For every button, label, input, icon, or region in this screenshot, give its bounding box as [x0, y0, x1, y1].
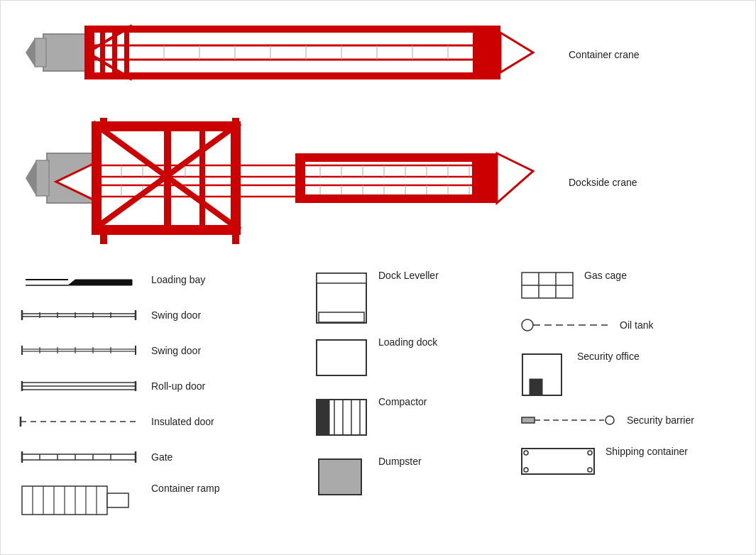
svg-rect-122 — [317, 340, 366, 375]
oil-tank-label: Oil tank — [620, 319, 653, 331]
svg-rect-100 — [22, 454, 136, 460]
gate-icon — [15, 444, 143, 470]
svg-rect-11 — [43, 34, 87, 71]
loading-bay-label: Loading bay — [151, 274, 205, 285]
svg-point-140 — [606, 416, 614, 424]
svg-rect-137 — [530, 379, 542, 395]
svg-rect-124 — [317, 400, 329, 435]
svg-marker-13 — [26, 38, 35, 67]
insulated-door-label: Insulated door — [151, 416, 214, 427]
svg-rect-16 — [84, 72, 496, 79]
gas-cage-icon — [519, 270, 576, 301]
loading-dock-item: Loading dock — [313, 334, 439, 383]
dock-leveller-icon — [313, 270, 370, 326]
svg-rect-0 — [86, 45, 498, 60]
oil-tank-icon — [519, 312, 611, 338]
security-office-label: Security office — [577, 351, 640, 362]
svg-rect-58 — [92, 225, 234, 235]
diagrams-area: Container crane — [8, 8, 746, 263]
svg-rect-141 — [522, 449, 594, 474]
swing-door-1-label: Swing door — [151, 309, 201, 321]
container-ramp-label: Container ramp — [151, 483, 220, 494]
rollup-door-icon — [15, 373, 143, 399]
dumpster-label: Dumpster — [378, 456, 422, 467]
insulated-door-icon — [15, 409, 143, 434]
rollup-door-item: Roll-up door — [15, 373, 220, 399]
swing-door-2-icon — [15, 338, 143, 363]
svg-marker-54 — [26, 160, 36, 196]
svg-rect-21 — [124, 26, 129, 79]
svg-rect-12 — [35, 38, 46, 67]
security-barrier-icon — [519, 407, 618, 433]
svg-rect-25 — [473, 29, 494, 76]
svg-rect-53 — [36, 160, 49, 196]
svg-rect-56 — [92, 121, 102, 235]
svg-rect-76 — [22, 314, 136, 317]
compactor-item: Compactor — [313, 393, 439, 443]
gas-cage-label: Gas cage — [584, 270, 627, 281]
shipping-container-item: Shipping container — [519, 443, 694, 478]
compactor-icon — [313, 396, 370, 439]
container-ramp-icon — [15, 483, 143, 518]
security-barrier-item: Security barrier — [519, 407, 694, 433]
swing-door-1-item: Swing door — [15, 302, 220, 328]
svg-point-134 — [522, 319, 533, 331]
legend-col-1: Loading bay Swing door — [15, 267, 220, 525]
legend-col-3: Gas cage Oil tank — [519, 267, 694, 488]
dock-leveller-label: Dock Leveller — [378, 270, 439, 281]
oil-tank-item: Oil tank — [519, 312, 694, 338]
svg-rect-64 — [295, 194, 494, 203]
loading-bay-item: Loading bay — [15, 267, 220, 292]
loading-bay-icon — [15, 267, 143, 292]
shipping-container-icon — [519, 446, 597, 477]
svg-rect-84 — [22, 349, 136, 351]
rollup-door-label: Roll-up door — [151, 380, 205, 392]
svg-rect-121 — [319, 312, 364, 322]
svg-rect-57 — [92, 121, 234, 131]
legend-col-2: Dock Leveller Loading dock — [313, 267, 439, 512]
svg-rect-72 — [100, 118, 107, 129]
svg-rect-15 — [84, 26, 496, 33]
svg-rect-67 — [472, 157, 492, 199]
svg-rect-70 — [100, 231, 107, 244]
svg-marker-24 — [500, 33, 533, 72]
dock-leveller-item: Dock Leveller — [313, 267, 439, 324]
svg-rect-68 — [164, 121, 171, 235]
loading-dock-label: Loading dock — [378, 336, 437, 348]
svg-rect-73 — [232, 118, 239, 129]
main-container: Container crane — [0, 0, 756, 555]
swing-door-2-item: Swing door — [15, 338, 220, 363]
loading-dock-icon — [313, 336, 370, 379]
container-ramp-item: Container ramp — [15, 480, 220, 515]
svg-rect-71 — [232, 231, 239, 244]
container-crane-label: Container crane — [569, 49, 640, 60]
svg-marker-74 — [26, 280, 132, 285]
svg-rect-19 — [100, 26, 105, 79]
gas-cage-item: Gas cage — [519, 267, 694, 302]
security-barrier-label: Security barrier — [627, 414, 694, 426]
svg-rect-138 — [522, 417, 535, 423]
svg-rect-59 — [231, 121, 241, 235]
swing-door-1-icon — [15, 302, 143, 328]
compactor-label: Compactor — [378, 396, 427, 407]
insulated-door-item: Insulated door — [15, 409, 220, 434]
svg-rect-129 — [319, 459, 361, 495]
svg-rect-118 — [317, 273, 366, 283]
gate-label: Gate — [151, 451, 172, 463]
container-crane-diagram — [22, 11, 561, 104]
gate-item: Gate — [15, 444, 220, 470]
security-office-item: Security office — [519, 348, 694, 397]
dumpster-icon — [313, 456, 370, 498]
swing-door-2-label: Swing door — [151, 345, 201, 356]
svg-rect-69 — [199, 121, 205, 235]
svg-rect-63 — [295, 153, 494, 162]
dockside-crane-label: Dockside crane — [569, 177, 637, 188]
dockside-crane-diagram — [22, 114, 561, 256]
svg-marker-66 — [497, 153, 533, 203]
svg-rect-116 — [107, 493, 128, 507]
shipping-container-label: Shipping container — [606, 446, 688, 457]
security-office-icon — [519, 351, 569, 397]
dumpster-item: Dumpster — [313, 453, 439, 502]
legend-area: Loading bay Swing door — [8, 267, 746, 551]
